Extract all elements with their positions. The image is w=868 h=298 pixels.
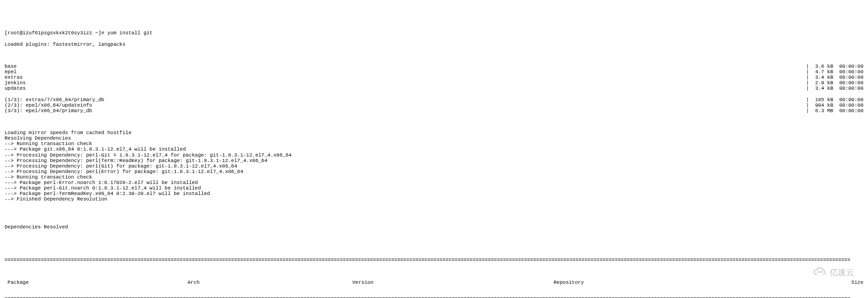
repo-line: jenkins| 2.9 kB 00:00:00 <box>5 80 863 86</box>
separator: ========================================… <box>5 296 863 298</box>
repo-line: updates| 3.4 kB 00:00:00 <box>5 86 863 91</box>
dep-line: ---> Package git.x86_64 0:1.8.3.1-12.el7… <box>5 146 863 152</box>
dep-line: --> Finished Dependency Resolution <box>5 196 863 202</box>
download-line: (1/3): extras/7/x86_64/primary_db| 185 k… <box>5 97 863 103</box>
repo-line: base| 3.6 kB 00:00:00 <box>5 64 863 69</box>
shell-prompt: [root@izuf61psgsvkxk2t0sy3izz ~]# yum in… <box>5 30 863 36</box>
deps-resolved: Dependencies Resolved <box>5 224 863 230</box>
dep-line: Resolving Dependencies <box>5 135 863 141</box>
blank-line <box>5 235 863 241</box>
table-header: Package Arch Version Repository Size <box>5 280 863 285</box>
repo-size-time: | 2.9 kB 00:00:00 <box>806 80 863 86</box>
dep-line: --> Processing Dependency: perl-Git = 1.… <box>5 152 863 158</box>
dep-line: ---> Package perl-TermReadKey.x86_64 0:2… <box>5 191 863 196</box>
repo-size-time: | 3.4 kB 00:00:00 <box>806 86 863 91</box>
dep-line: --> Processing Dependency: perl(Git) for… <box>5 163 863 169</box>
dep-line: Loading mirror speeds from cached hostfi… <box>5 130 863 135</box>
repo-name: base <box>5 64 16 69</box>
separator: ========================================… <box>5 257 863 263</box>
dep-line: --> Processing Dependency: perl(Error) f… <box>5 169 863 174</box>
col-arch: Arch <box>188 280 352 285</box>
col-repository: Repository <box>554 280 700 285</box>
dep-line: ---> Package perl-Error.noarch 1:0.17020… <box>5 180 863 185</box>
col-size: Size <box>700 280 863 285</box>
blank-line <box>5 213 863 219</box>
col-package: Package <box>5 280 188 285</box>
download-size-time: | 6.3 MB 00:00:00 <box>806 108 863 114</box>
dep-line: --> Running transaction check <box>5 174 863 180</box>
dep-line: --> Running transaction check <box>5 141 863 146</box>
download-line: (2/3): epel/x86_64/updateinfo| 904 kB 00… <box>5 103 863 108</box>
download-name: (2/3): epel/x86_64/updateinfo <box>5 103 92 108</box>
repo-line: epel| 4.7 kB 00:00:00 <box>5 69 863 75</box>
plugins-line: Loaded plugins: fastestmirror, langpacks <box>5 42 863 47</box>
repo-name: updates <box>5 86 26 91</box>
download-name: (3/3): epel/x86_64/primary_db <box>5 108 92 114</box>
download-line: (3/3): epel/x86_64/primary_db| 6.3 MB 00… <box>5 108 863 114</box>
repo-size-time: | 3.6 kB 00:00:00 <box>806 64 863 69</box>
dep-line: ---> Package perl-Git.noarch 0:1.8.3.1-1… <box>5 185 863 191</box>
download-size-time: | 904 kB 00:00:00 <box>806 103 863 108</box>
dep-line: --> Processing Dependency: perl(Term::Re… <box>5 158 863 163</box>
watermark-text: 亿速云 <box>830 268 854 277</box>
repo-name: epel <box>5 69 16 75</box>
repo-name: extras <box>5 75 23 80</box>
repo-size-time: | 3.4 kB 00:00:00 <box>806 75 863 80</box>
repo-size-time: | 4.7 kB 00:00:00 <box>806 69 863 75</box>
repo-line: extras| 3.4 kB 00:00:00 <box>5 75 863 80</box>
download-size-time: | 185 kB 00:00:00 <box>806 97 863 103</box>
col-version: Version <box>352 280 554 285</box>
download-name: (1/3): extras/7/x86_64/primary_db <box>5 97 104 103</box>
repo-name: jenkins <box>5 80 26 86</box>
